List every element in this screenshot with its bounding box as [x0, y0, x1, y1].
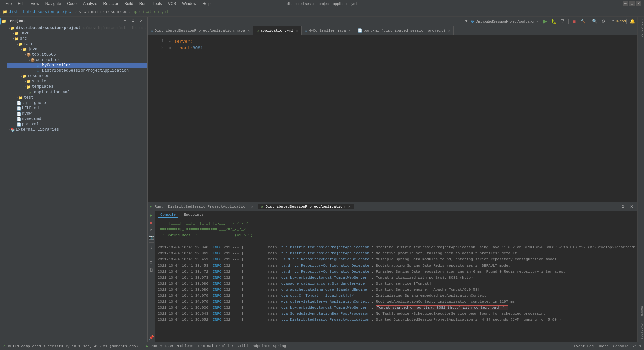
- run-tab-1[interactable]: DistributedSessionProjectApplication ✕: [165, 204, 256, 209]
- tree-resources[interactable]: 📁 resources: [7, 73, 147, 79]
- vcs-button[interactable]: ⎇: [608, 18, 616, 25]
- run-tab-1-close[interactable]: ✕: [251, 205, 253, 209]
- structure-label[interactable]: Structure: [638, 17, 644, 40]
- nav-file[interactable]: application.yml: [132, 10, 168, 14]
- tree-extlibs[interactable]: 📚 External Libraries: [7, 127, 147, 132]
- tab-appyml[interactable]: ⚙ application.yml ✕: [253, 26, 302, 35]
- tree-main[interactable]: 📁 main: [7, 41, 147, 47]
- subtab-endpoints[interactable]: Endpoints: [181, 212, 206, 218]
- activity-project[interactable]: 📁: [0, 18, 7, 25]
- nav-project[interactable]: distributed-session-project: [9, 10, 73, 14]
- tree-gitignore[interactable]: 📄 .gitignore: [7, 100, 147, 106]
- tab-close-java-app[interactable]: ✕: [248, 29, 250, 33]
- run-play-icon[interactable]: ▶: [148, 212, 154, 218]
- folder-icon-resources: 📁: [22, 74, 28, 78]
- minimize-button[interactable]: ─: [623, 1, 628, 6]
- status-jrebel-console[interactable]: JRebel Console: [598, 344, 628, 348]
- run-tab-2-close[interactable]: ✕: [348, 205, 350, 209]
- tree-helpmd[interactable]: 📄 HELP.md: [7, 106, 147, 111]
- tree-app[interactable]: ☕ DistributedSessionProjectApplication: [7, 68, 147, 73]
- menu-tools[interactable]: Tools: [150, 1, 165, 7]
- nav-resources[interactable]: resources: [106, 10, 127, 14]
- tree-package-top[interactable]: 📦 top.it6666: [7, 52, 147, 57]
- status-profiler[interactable]: Profiler: [216, 344, 234, 348]
- tab-pomxml[interactable]: 📄 pom.xml (distributed-session-project) …: [354, 26, 454, 35]
- tree-java[interactable]: 📁 java: [7, 47, 147, 52]
- nav-main[interactable]: main: [91, 10, 101, 14]
- tree-pomxml[interactable]: 📄 pom.xml: [7, 122, 147, 127]
- status-build[interactable]: Build: [236, 344, 248, 348]
- tab-java-app[interactable]: ☕ DistributedSessionProjectApplication.j…: [148, 26, 253, 35]
- run-tab-2[interactable]: ◉ DistributedSessionProjectApplication ✕: [258, 204, 354, 209]
- menu-vcs[interactable]: VCS: [165, 1, 179, 7]
- run-camera-icon[interactable]: 📷: [148, 234, 154, 240]
- maximize-button[interactable]: □: [629, 1, 635, 6]
- tree-static[interactable]: 📁 static: [7, 79, 147, 84]
- menu-help[interactable]: Help: [200, 1, 213, 7]
- build-button[interactable]: 🔨: [579, 18, 587, 25]
- menu-window[interactable]: Window: [179, 1, 199, 7]
- favorites-label[interactable]: Favorites: [638, 319, 644, 342]
- stop-button[interactable]: ■: [571, 18, 578, 25]
- tree-controller-pkg[interactable]: 📦 controller: [7, 57, 147, 63]
- status-endpoints[interactable]: Endpoints: [250, 344, 270, 348]
- tree-templates[interactable]: 📁 templates: [7, 84, 147, 90]
- menu-refactor[interactable]: Refactor: [101, 1, 121, 7]
- tab-close-pomxml[interactable]: ✕: [448, 29, 450, 33]
- menu-build[interactable]: Build: [122, 1, 136, 7]
- run-config-dropdown[interactable]: ⚙ DistributedSessionProjectApplication ▾: [469, 18, 540, 24]
- run-pin-icon[interactable]: 📌: [148, 335, 154, 341]
- menu-navigate[interactable]: Navigate: [43, 1, 64, 7]
- activity-favorites[interactable]: F: [0, 335, 7, 342]
- close-button[interactable]: ✕: [636, 1, 641, 6]
- maven-label[interactable]: Maven: [638, 303, 644, 319]
- tree-mvnw[interactable]: 📄 mvnw: [7, 111, 147, 116]
- window-title: distributed-session-project - applicatio…: [287, 2, 357, 6]
- tree-src[interactable]: 📁 src: [7, 36, 147, 41]
- status-run[interactable]: ▶ Run: [146, 344, 157, 348]
- run-fold-icon[interactable]: ⊟: [148, 252, 154, 258]
- status-todo[interactable]: ☑ TODO: [160, 344, 173, 348]
- status-terminal[interactable]: Terminal: [196, 344, 214, 348]
- search-everywhere-button[interactable]: 🔍: [591, 18, 598, 25]
- tree-appyml[interactable]: ⚙ application.yml: [7, 90, 147, 95]
- menu-view[interactable]: View: [28, 1, 42, 7]
- menu-edit[interactable]: Edit: [15, 1, 27, 7]
- console-output[interactable]: ' |____| .__|_| |_|_| |_\__, | / / / / =…: [155, 219, 637, 342]
- tree-test[interactable]: 📁 test: [7, 95, 147, 100]
- jrebel-button[interactable]: JRebel: [617, 18, 624, 25]
- tab-close-mycontroller[interactable]: ✕: [349, 29, 351, 33]
- code-editor[interactable]: 1 ○ server: 2 ○ port: 8081: [148, 35, 637, 202]
- collapse-all-button[interactable]: ≡: [121, 17, 129, 25]
- activity-structure[interactable]: S: [0, 327, 7, 334]
- menu-run[interactable]: Run: [137, 1, 149, 7]
- settings-gear-button[interactable]: ⚙: [600, 18, 607, 25]
- close-panel-button[interactable]: ✕: [137, 17, 145, 25]
- run-close-button[interactable]: ✕: [628, 203, 635, 210]
- settings-button[interactable]: ⚙: [129, 17, 137, 25]
- coverage-button[interactable]: ⛉: [559, 18, 566, 25]
- tree-mycontroller[interactable]: ☕ MyController: [7, 63, 147, 68]
- tab-mycontroller[interactable]: ☕ MyController.java ✕: [302, 26, 354, 35]
- run-restart-icon[interactable]: ↺: [148, 227, 154, 233]
- run-button[interactable]: ▶: [541, 18, 549, 25]
- status-event-log[interactable]: Event Log: [574, 344, 594, 348]
- tree-root[interactable]: 📁 distributed-session-project D:\Develop…: [7, 25, 147, 31]
- tab-close-appyml[interactable]: ✕: [296, 29, 298, 33]
- tree-mvn[interactable]: 📁 .mvn: [7, 31, 147, 36]
- run-filter-icon[interactable]: ≡: [148, 259, 154, 266]
- status-problems[interactable]: Problems: [176, 344, 193, 348]
- menu-code[interactable]: Code: [64, 1, 79, 7]
- run-clear-icon[interactable]: 🗑: [148, 267, 154, 273]
- nav-src[interactable]: src: [79, 10, 86, 14]
- subtab-console[interactable]: Console: [158, 212, 178, 218]
- status-spring[interactable]: Spring: [273, 344, 286, 348]
- menu-file[interactable]: File: [3, 1, 14, 7]
- notifications-button[interactable]: 🔔: [629, 18, 636, 25]
- tree-mvnwcmd[interactable]: 📄 mvnw.cmd: [7, 116, 147, 122]
- run-scroll-icon[interactable]: ⤵: [148, 245, 154, 251]
- menu-analyze[interactable]: Analyze: [80, 1, 100, 7]
- debug-button[interactable]: 🐛: [550, 18, 557, 25]
- run-stop-icon[interactable]: ■: [148, 220, 154, 226]
- run-settings-button[interactable]: ⚙: [619, 203, 627, 210]
